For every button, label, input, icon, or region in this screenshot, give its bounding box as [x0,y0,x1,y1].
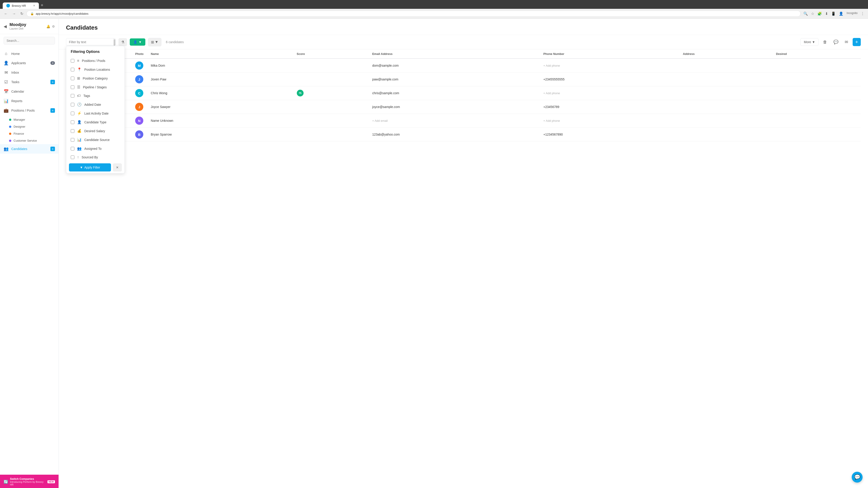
active-tab[interactable]: Breezy HR ✕ [3,2,39,9]
comment-button[interactable]: 💬 [832,38,840,46]
filter-option-candidate-type[interactable]: 👤 Candidate Type [66,118,125,127]
filter-checkbox-added-date[interactable] [71,103,74,106]
forward-button[interactable]: → [11,11,17,17]
delete-button[interactable]: 🗑 [821,38,829,46]
search-input[interactable] [4,37,55,44]
filter-active-button[interactable]: ⚗ [119,38,127,46]
sidebar-item-home[interactable]: ⌂ Home [0,49,59,58]
chat-bubble[interactable]: 💬 [852,472,863,483]
email-button[interactable]: ✉ [843,38,850,46]
sidebar-subitem-finance[interactable]: Finance [0,130,59,137]
promo-badge: NEW [48,480,55,483]
settings-icon[interactable]: ⚙ [52,25,55,28]
filter-option-pipeline-stages[interactable]: ☰ Pipeline / Stages [66,83,125,92]
star-icon[interactable]: ☆ [810,11,815,17]
download-icon[interactable]: ⬇ [824,11,829,17]
notification-icon[interactable]: 🔔 [46,25,50,28]
row-name-cell[interactable]: Name Unknown [147,114,293,128]
row-phone-cell[interactable]: + Add phone [540,86,679,100]
filter-option-assigned-to[interactable]: 👥 Assigned To [66,144,125,153]
row-name-cell[interactable]: Joyce Sawyer [147,100,293,114]
sidebar-subitem-designer[interactable]: Designer [0,123,59,130]
filter-option-candidate-source[interactable]: 📊 Candidate Source [66,135,125,144]
row-name-cell[interactable]: Mika Dom [147,59,293,72]
row-photo-cell[interactable]: M [131,59,147,72]
add-phone-link[interactable]: + Add phone [544,64,560,67]
row-email-cell[interactable]: chris@sample.com [369,86,540,100]
sidebar-item-applicants[interactable]: 👤 Applicants 4 [0,58,59,68]
add-candidate-button[interactable]: + [852,38,861,46]
filter-option-desired-salary[interactable]: 💰 Desired Salary [66,127,125,135]
filter-option-last-activity[interactable]: ⚡ Last Activity Date [66,109,125,118]
sidebar-back-button[interactable]: ◀ [4,24,7,29]
row-email-cell[interactable]: + Add email [369,114,540,128]
add-email-link[interactable]: + Add email [372,119,388,123]
header-name[interactable]: Name [147,49,293,59]
row-photo-cell[interactable]: J [131,100,147,114]
row-photo-cell[interactable]: N [131,114,147,128]
filter-checkbox-candidate-type[interactable] [71,121,74,124]
filter-checkbox-assigned-to[interactable] [71,147,74,151]
row-phone-cell[interactable]: + Add phone [540,114,679,128]
profile-icon[interactable]: 👤 [838,11,844,17]
filter-checkbox-last-activity[interactable] [71,111,74,115]
filter-checkbox-sourced-by[interactable] [71,156,74,159]
header-phone[interactable]: Phone Number [540,49,679,59]
row-name-cell[interactable]: Bryan Sparrow [147,128,293,141]
row-email-cell[interactable]: paw@sample.com [369,72,540,86]
sidebar-item-reports[interactable]: 📊 Reports [0,96,59,106]
sidebar-item-inbox[interactable]: ✉ Inbox [0,68,59,77]
header-score[interactable]: Score [293,49,369,59]
filter-checkbox-candidate-source[interactable] [71,138,74,142]
tab-close[interactable]: ✕ [33,4,35,7]
candidate-view-button[interactable]: 👤 ▼ [130,38,145,46]
row-email-cell[interactable]: dom@sample.com [369,59,540,72]
extensions-icon[interactable]: 🧩 [816,11,823,17]
header-desired[interactable]: Desired [772,49,861,59]
address-bar[interactable]: 🔒 app.breezy.hr/app/c/moodjoy/candidates [26,11,801,17]
header-email[interactable]: Email Address [369,49,540,59]
menu-icon[interactable]: ⋮ [860,11,865,17]
filter-option-sourced-by[interactable]: ↑ Sourced By [66,153,125,162]
sidebar-item-tasks[interactable]: ☑ Tasks + [0,77,59,87]
sidebar-subitem-customer-service[interactable]: Customer Service [0,137,59,144]
row-phone-cell[interactable]: + Add phone [540,59,679,72]
row-photo-cell[interactable]: J [131,72,147,86]
sidebar-bottom[interactable]: 🔄 Switch Companies Introducing Perform b… [0,475,59,488]
filter-checkbox-pipeline-stages[interactable] [71,86,74,89]
sidebar-item-candidates[interactable]: 👥 Candidates + [0,144,59,154]
row-email-cell[interactable]: joyce@sample.com [369,100,540,114]
filter-checkbox-desired-salary[interactable] [71,129,74,133]
row-name-cell[interactable]: Joven Paw [147,72,293,86]
search-icon[interactable]: 🔍 [802,11,809,17]
apply-filter-button[interactable]: ▼ Apply Filter [69,163,111,171]
new-tab-button[interactable]: + [39,2,45,9]
filter-checkbox-position-category[interactable] [71,76,74,80]
row-score-cell [293,114,369,128]
header-address[interactable]: Address [679,49,772,59]
more-button[interactable]: More ▼ [800,38,818,46]
row-name-cell[interactable]: Chris Wong [147,86,293,100]
filter-input[interactable] [66,38,113,46]
row-photo-cell[interactable]: B [131,128,147,141]
sidebar-item-calendar[interactable]: 📅 Calendar [0,87,59,96]
row-email-cell[interactable]: 123ab@yahoo.com [369,128,540,141]
add-phone-link[interactable]: + Add phone [544,92,560,95]
filter-option-position-locations[interactable]: 📍 Position Locations [66,65,125,74]
back-button[interactable]: ← [3,11,9,17]
filter-option-tags[interactable]: 🏷 Tags [66,92,125,100]
filter-option-position-category[interactable]: ⊞ Position Category [66,74,125,83]
filter-checkbox-positions-pools[interactable] [71,59,74,63]
filter-option-added-date[interactable]: 🕐 Added Date [66,100,125,109]
grid-view-button[interactable]: ⊞ ▼ [148,38,161,46]
filter-checkbox-tags[interactable] [71,94,74,98]
filter-checkbox-position-locations[interactable] [71,68,74,71]
sidebar-item-positions[interactable]: 💼 Positions / Pools + [0,106,59,115]
clear-filter-button[interactable]: ✕ [113,163,122,171]
add-phone-link[interactable]: + Add phone [544,119,560,123]
filter-option-positions-pools[interactable]: ≡ Positions / Pools [66,57,125,65]
row-photo-cell[interactable]: C [131,86,147,100]
sidebar-subitem-manager[interactable]: Manager [0,116,59,123]
refresh-button[interactable]: ↻ [19,11,25,17]
cast-icon[interactable]: 📱 [830,11,837,17]
